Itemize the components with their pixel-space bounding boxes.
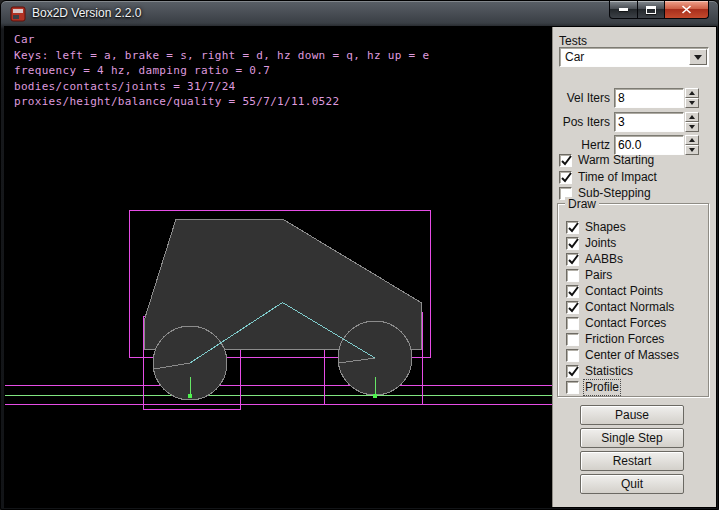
checkbox-box[interactable]: [566, 381, 579, 394]
checkbox-box[interactable]: [559, 171, 572, 184]
checkbox-box[interactable]: [566, 301, 579, 314]
pause-button[interactable]: Pause: [580, 405, 684, 425]
checkbox-shapes[interactable]: Shapes: [566, 221, 626, 234]
hertz-down-button[interactable]: [685, 145, 699, 155]
checkbox-box[interactable]: [566, 349, 579, 362]
client-area: Car Keys: left = a, brake = s, right = d…: [5, 27, 716, 507]
simulation-canvas[interactable]: Car Keys: left = a, brake = s, right = d…: [5, 27, 552, 507]
single-step-button[interactable]: Single Step: [580, 428, 684, 448]
hertz-spinner: [685, 135, 699, 155]
close-icon: [681, 5, 692, 14]
combo-dropdown-button[interactable]: [689, 49, 707, 65]
checkbox-box[interactable]: [566, 285, 579, 298]
vel-iters-label: Vel Iters: [553, 88, 610, 108]
checkbox-contact-points[interactable]: Contact Points: [566, 285, 663, 298]
chevron-down-icon: [694, 55, 702, 60]
close-button[interactable]: [664, 1, 709, 19]
pos-iters-up-button[interactable]: [685, 112, 699, 122]
canvas-text-line: frequency = 4 hz, damping ratio = 0.7: [14, 64, 270, 77]
arrow-up-icon: [689, 138, 695, 142]
checkbox-box[interactable]: [566, 269, 579, 282]
draw-group-title: Draw: [565, 197, 599, 211]
hertz-up-button[interactable]: [685, 135, 699, 145]
caption-buttons: [610, 1, 709, 19]
checkbox-box[interactable]: [566, 333, 579, 346]
app-icon: [10, 6, 26, 22]
vel-iters-input[interactable]: [614, 88, 684, 108]
minimize-button[interactable]: [609, 1, 638, 19]
draw-group: Draw Shapes Joints AABBs Pairs: [557, 203, 709, 397]
arrow-up-icon: [689, 91, 695, 95]
checkbox-box[interactable]: [566, 365, 579, 378]
hertz-row: Hertz: [553, 135, 705, 155]
tests-label: Tests: [559, 34, 587, 48]
checkbox-aabbs[interactable]: AABBs: [566, 253, 623, 266]
app-window: Box2D Version 2.2.0 Car Keys: left = a, …: [0, 0, 719, 510]
checkbox-box[interactable]: [566, 253, 579, 266]
pos-iters-input[interactable]: [614, 112, 684, 132]
maximize-icon: [646, 6, 656, 14]
arrow-up-icon: [689, 115, 695, 119]
vel-iters-row: Vel Iters: [553, 88, 705, 108]
checkbox-warm-starting[interactable]: Warm Starting: [559, 154, 654, 167]
hertz-input[interactable]: [614, 135, 684, 155]
maximize-button[interactable]: [637, 1, 665, 19]
checkbox-pairs[interactable]: Pairs: [566, 269, 612, 282]
checkbox-joints[interactable]: Joints: [566, 237, 616, 250]
pos-iters-spinner: [685, 112, 699, 132]
vel-iters-down-button[interactable]: [685, 98, 699, 108]
canvas-text-line: Keys: left = a, brake = s, right = d, hz…: [14, 49, 429, 62]
canvas-text-line: proxies/height/balance/quality = 55/7/1/…: [14, 95, 339, 108]
arrow-down-icon: [689, 125, 695, 129]
pos-iters-label: Pos Iters: [553, 112, 610, 132]
pos-iters-down-button[interactable]: [685, 122, 699, 132]
checkbox-friction-forces[interactable]: Friction Forces: [566, 333, 664, 346]
quit-button[interactable]: Quit: [580, 474, 684, 494]
checkbox-time-of-impact[interactable]: Time of Impact: [559, 171, 657, 184]
pos-iters-row: Pos Iters: [553, 112, 705, 132]
arrow-down-icon: [689, 101, 695, 105]
left-contact-point: [188, 394, 192, 398]
canvas-text-line: Car: [14, 33, 35, 46]
checkbox-box[interactable]: [566, 237, 579, 250]
right-contact-point: [373, 394, 377, 398]
checkbox-contact-normals[interactable]: Contact Normals: [566, 301, 674, 314]
test-select-value: Car: [565, 50, 584, 65]
arrow-down-icon: [689, 148, 695, 152]
checkbox-statistics[interactable]: Statistics: [566, 365, 633, 378]
minimize-icon: [619, 8, 628, 11]
vel-iters-up-button[interactable]: [685, 88, 699, 98]
titlebar[interactable]: Box2D Version 2.2.0: [1, 1, 718, 27]
hertz-label: Hertz: [553, 135, 610, 155]
checkbox-center-of-masses[interactable]: Center of Masses: [566, 349, 679, 362]
checkbox-box[interactable]: [559, 154, 572, 167]
checkbox-profile[interactable]: Profile: [566, 381, 619, 394]
window-title: Box2D Version 2.2.0: [32, 1, 141, 26]
test-select[interactable]: Car: [559, 47, 709, 67]
restart-button[interactable]: Restart: [580, 451, 684, 471]
checkbox-contact-forces[interactable]: Contact Forces: [566, 317, 666, 330]
checkbox-box[interactable]: [566, 317, 579, 330]
canvas-text-line: bodies/contacts/joints = 31/7/24: [14, 80, 236, 93]
checkbox-box[interactable]: [566, 221, 579, 234]
vel-iters-spinner: [685, 88, 699, 108]
control-panel: Tests Car Vel Iters Pos Iters: [552, 27, 716, 507]
